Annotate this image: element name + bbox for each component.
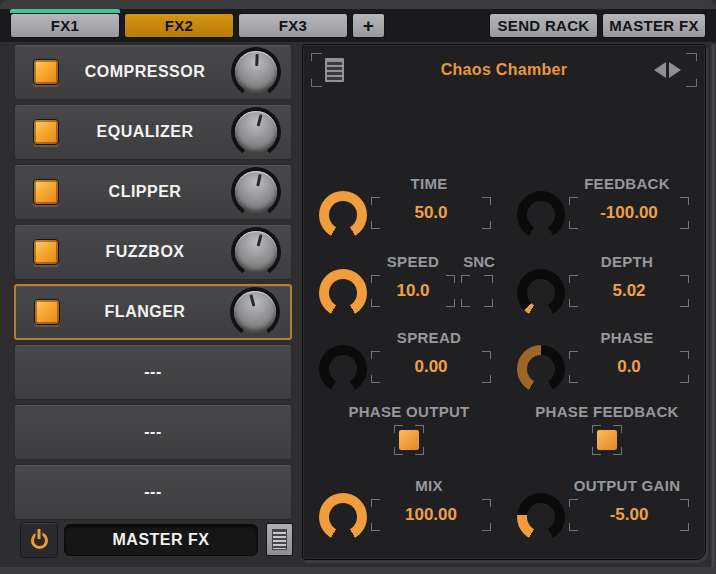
fx-enable-toggle[interactable] bbox=[33, 239, 59, 265]
phase-knob[interactable] bbox=[517, 345, 565, 393]
fx-slot-flanger-selected[interactable]: FLANGER bbox=[14, 284, 292, 340]
header-right-bracket bbox=[686, 53, 697, 87]
fx-slot-label: CLIPPER bbox=[59, 183, 231, 201]
tab-fx1[interactable]: FX1 bbox=[10, 13, 120, 38]
spread-value[interactable]: 0.00 bbox=[371, 351, 491, 383]
fx-slot-label: EQUALIZER bbox=[59, 123, 231, 141]
power-icon bbox=[31, 532, 48, 549]
param-label: OUTPUT GAIN bbox=[565, 477, 689, 494]
header-left-bracket bbox=[311, 53, 322, 87]
fx-slot-fuzzbox[interactable]: FUZZBOX bbox=[14, 224, 292, 280]
fx-amount-knob[interactable] bbox=[231, 227, 281, 277]
param-label: PHASE OUTPUT bbox=[309, 403, 509, 420]
param-row-5: MIX 100.00 OUTPUT GAIN -5.00 bbox=[303, 475, 707, 551]
preset-title[interactable]: Chaos Chamber bbox=[369, 51, 639, 89]
param-label: SPEED bbox=[367, 253, 459, 270]
speed-knob[interactable] bbox=[319, 269, 367, 317]
fx-amount-knob[interactable] bbox=[231, 167, 281, 217]
phase-output-checkbox[interactable] bbox=[394, 425, 424, 455]
fx-slot-empty-1[interactable]: --- bbox=[14, 344, 292, 400]
knob-pointer bbox=[256, 114, 262, 126]
checkbox-check bbox=[399, 430, 419, 450]
fx-amount-knob[interactable] bbox=[231, 107, 281, 157]
speed-value[interactable]: 10.0 bbox=[371, 275, 455, 307]
param-row-1: TIME 50.0 FEEDBACK -100.00 bbox=[303, 173, 707, 249]
depth-knob[interactable] bbox=[517, 269, 565, 317]
phase-feedback-checkbox[interactable] bbox=[592, 425, 622, 455]
knob-pointer bbox=[255, 54, 258, 66]
tab-fx2[interactable]: FX2 bbox=[124, 13, 234, 38]
param-phase: PHASE 0.0 bbox=[507, 327, 707, 403]
add-fx-tab-button[interactable]: + bbox=[352, 13, 385, 38]
fx-enable-toggle[interactable] bbox=[33, 179, 59, 205]
fx-slot-empty-2[interactable]: --- bbox=[14, 404, 292, 460]
fx-enable-toggle[interactable] bbox=[33, 59, 59, 85]
tab-fx3[interactable]: FX3 bbox=[238, 13, 348, 38]
fx-amount-knob[interactable] bbox=[231, 47, 281, 97]
list-icon bbox=[272, 529, 287, 550]
fx-slot-label: --- bbox=[144, 363, 161, 381]
param-label: SPREAD bbox=[367, 329, 491, 346]
knob-cap bbox=[234, 291, 276, 333]
fx-slot-compressor[interactable]: COMPRESSOR bbox=[14, 44, 292, 100]
output-gain-value[interactable]: -5.00 bbox=[569, 499, 689, 531]
param-row-2: SPEED SNC 10.0 DEPTH 5.02 bbox=[303, 251, 707, 327]
sync-label: SNC bbox=[459, 253, 499, 270]
fx-amount-knob[interactable] bbox=[230, 287, 280, 337]
param-label: DEPTH bbox=[565, 253, 689, 270]
knob-cap bbox=[235, 231, 277, 273]
prev-preset-icon[interactable] bbox=[654, 62, 666, 78]
time-knob[interactable] bbox=[319, 191, 367, 239]
param-depth: DEPTH 5.02 bbox=[507, 251, 707, 327]
checkbox-check bbox=[597, 430, 617, 450]
fx-slot-empty-3[interactable]: --- bbox=[14, 464, 292, 520]
fx-slot-label: --- bbox=[144, 483, 161, 501]
param-mix: MIX 100.00 bbox=[309, 475, 509, 551]
fx-enable-toggle[interactable] bbox=[34, 299, 60, 325]
window-bottom-edge bbox=[0, 567, 716, 574]
feedback-knob[interactable] bbox=[517, 191, 565, 239]
output-gain-knob[interactable] bbox=[517, 493, 565, 541]
feedback-value[interactable]: -100.00 bbox=[569, 197, 689, 229]
param-label: MIX bbox=[367, 477, 491, 494]
knob-cap bbox=[235, 171, 277, 213]
param-label: PHASE FEEDBACK bbox=[507, 403, 707, 420]
fx-edit-panel: Chaos Chamber TIME 50.0 FEEDBACK -100.00 bbox=[302, 44, 706, 560]
param-phase-feedback: PHASE FEEDBACK bbox=[507, 401, 707, 477]
preset-nav bbox=[654, 62, 681, 78]
fx-slot-equalizer[interactable]: EQUALIZER bbox=[14, 104, 292, 160]
time-value[interactable]: 50.0 bbox=[371, 197, 491, 229]
rack-power-button[interactable] bbox=[20, 522, 58, 558]
param-label: TIME bbox=[367, 175, 491, 192]
fx-slot-label: COMPRESSOR bbox=[59, 63, 231, 81]
mix-knob[interactable] bbox=[319, 493, 367, 541]
param-time: TIME 50.0 bbox=[309, 173, 509, 249]
fx-slot-clipper[interactable]: CLIPPER bbox=[14, 164, 292, 220]
knob-cap bbox=[235, 51, 277, 93]
param-feedback: FEEDBACK -100.00 bbox=[507, 173, 707, 249]
rack-list-button[interactable] bbox=[266, 523, 293, 556]
preset-list-icon[interactable] bbox=[325, 58, 344, 82]
param-row-3: SPREAD 0.00 PHASE 0.0 bbox=[303, 327, 707, 403]
master-fx-button[interactable]: MASTER FX bbox=[602, 13, 706, 38]
depth-value[interactable]: 5.02 bbox=[569, 275, 689, 307]
param-spread: SPREAD 0.00 bbox=[309, 327, 509, 403]
sync-checkbox[interactable] bbox=[461, 275, 493, 307]
mix-value[interactable]: 100.00 bbox=[371, 499, 491, 531]
param-label: PHASE bbox=[565, 329, 689, 346]
window-top-edge bbox=[0, 0, 716, 9]
panel-header: Chaos Chamber bbox=[309, 51, 699, 89]
param-output-gain: OUTPUT GAIN -5.00 bbox=[507, 475, 707, 551]
knob-pointer bbox=[256, 174, 261, 186]
param-phase-output: PHASE OUTPUT bbox=[309, 401, 509, 477]
fx-slot-label: --- bbox=[144, 423, 161, 441]
next-preset-icon[interactable] bbox=[669, 62, 681, 78]
spread-knob[interactable] bbox=[319, 345, 367, 393]
phase-value[interactable]: 0.0 bbox=[569, 351, 689, 383]
fx-rack-window: FX1 FX2 FX3 + SEND RACK MASTER FX COMPRE… bbox=[0, 0, 716, 574]
send-rack-button[interactable]: SEND RACK bbox=[489, 13, 598, 38]
param-speed: SPEED SNC 10.0 bbox=[309, 251, 509, 327]
rack-routing-display[interactable]: MASTER FX bbox=[64, 524, 258, 556]
fx-slot-label: FLANGER bbox=[60, 303, 230, 321]
fx-enable-toggle[interactable] bbox=[33, 119, 59, 145]
